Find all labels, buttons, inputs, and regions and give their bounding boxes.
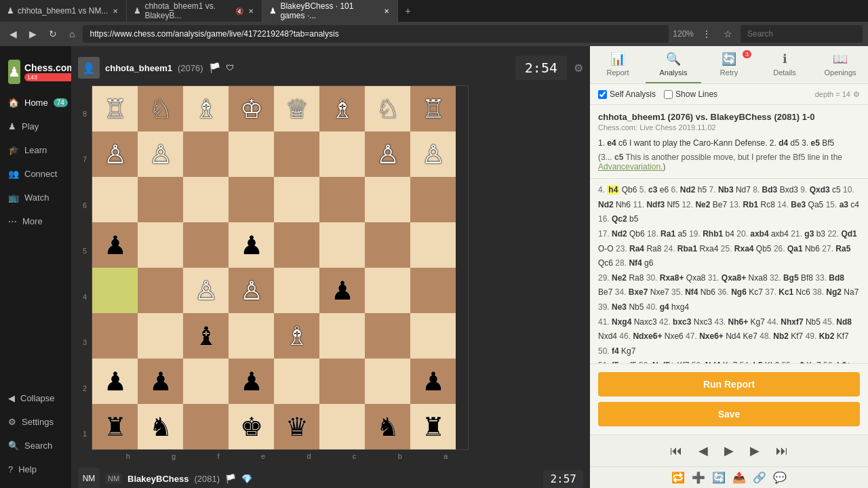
board-cell[interactable]: ♙ [138,131,183,177]
h4-move[interactable]: h4 [607,185,619,195]
naxc3-move[interactable]: Naxc3 [634,317,657,327]
move-1[interactable]: 1. [598,138,607,148]
next-move-button[interactable]: ▶ [745,441,765,461]
move-d5[interactable]: d5 [791,138,802,148]
board-cell[interactable]: ♟ [138,359,183,404]
tab-report[interactable]: 📊 Report [590,46,646,83]
board-cell[interactable] [229,313,274,359]
be3-move[interactable]: Be3 [791,200,806,209]
tab-2-close[interactable]: ✕ [247,6,255,16]
tab-3-close[interactable]: ✕ [382,6,391,16]
move-d4[interactable]: d4 [778,138,790,148]
bd8-move[interactable]: Bd8 [829,273,844,283]
browser-search-input[interactable] [741,25,863,43]
qb5-move[interactable]: Qb5 [756,244,772,253]
prev-move-button[interactable]: ◀ [693,441,713,461]
a5-move[interactable]: a5 [677,229,686,239]
rb1-move[interactable]: Rb1 [743,200,759,209]
rba1-move[interactable]: Rba1 [677,244,697,253]
nxd4-move[interactable]: Nxd4 [598,331,617,341]
home-button[interactable]: ⌂ [65,26,79,42]
first-move-button[interactable]: ⏮ [665,441,688,461]
b5-move[interactable]: b5 [629,214,638,224]
ng6-move[interactable]: Ng6 [731,287,747,297]
tab-3[interactable]: ♟ BlakeyBChess · 101 games ·... ✕ [262,0,398,22]
rhb1-move[interactable]: Rhb1 [703,229,723,239]
address-bar[interactable] [83,25,669,43]
back-button[interactable]: ◀ [5,26,21,42]
tab-openings[interactable]: 📖 Openings [812,46,868,83]
qc2-move[interactable]: Qc2 [612,214,627,224]
tab-details[interactable]: ℹ Details [757,46,812,83]
move-e4[interactable]: e4 [607,138,618,148]
board-cell[interactable] [92,177,138,222]
board-settings-icon[interactable]: ⚙ [574,62,583,75]
share-button[interactable]: 🔗 [753,471,766,484]
board-cell[interactable]: ♙ [183,268,229,313]
board-cell[interactable]: ♟ [319,268,365,313]
nb3-move[interactable]: Nb3 [718,185,734,195]
board-cell[interactable] [410,222,456,268]
kf7-2-move[interactable]: Kf7 [837,331,849,341]
board-cell[interactable] [319,222,365,268]
qa5-move[interactable]: Qa5 [808,200,824,209]
board-cell[interactable]: ♜ [410,404,456,449]
nb5-move[interactable]: Nb5 [629,302,644,312]
board-cell[interactable]: ♜ [92,404,138,449]
move-bf5[interactable]: Bf5 [822,138,834,148]
board-cell[interactable]: ♗ [319,86,365,131]
ne3-move[interactable]: Ne3 [612,302,627,312]
self-analysis-toggle[interactable]: Self Analysis [598,89,656,99]
board-cell[interactable]: ♟ [92,359,138,404]
qd1-move[interactable]: Qd1 [841,229,856,239]
qc6-move[interactable]: Qc6 [598,258,613,268]
board-cell[interactable]: ♗ [274,313,319,359]
sidebar-item-more[interactable]: ⋯ More [0,209,71,233]
kg7-move[interactable]: Kg7 [751,317,765,327]
nxe7-move[interactable]: Nxe7 [650,287,669,297]
board-cell[interactable]: ♛ [274,404,319,449]
nb6-move[interactable]: Nb6 [805,244,820,253]
rotate-button[interactable]: 🔄 [712,471,726,484]
sidebar-item-home[interactable]: 🏠 Home 74 [0,91,71,115]
moves-area[interactable]: 4. h4 Qb6 5. c3 e6 6. Nd2 h5 7. Nb3 Nd7 … [590,179,868,363]
play-button[interactable]: ▶ [719,441,739,461]
nhxf7-move[interactable]: Nhxf7 [781,317,803,327]
g4-move[interactable]: g4 [660,302,669,312]
kb2-move[interactable]: Kb2 [819,331,835,341]
extensions-button[interactable]: ⋮ [698,26,715,42]
ra8-move[interactable]: Ra8 [646,244,661,253]
board-cell[interactable] [92,268,138,313]
ndxe6-move[interactable]: Ndxe6+ [633,331,662,341]
be7-move[interactable]: Be7 [713,200,727,209]
nd7-move[interactable]: Nd7 [736,185,751,195]
be7-2-move[interactable]: Be7 [598,287,612,297]
board-cell[interactable] [274,359,319,404]
board-cell[interactable]: ♙ [365,131,410,177]
tab-analysis[interactable]: 🔍 Analysis [646,46,701,83]
kf7-move[interactable]: Kf7 [791,331,803,341]
ne2-move[interactable]: Ne2 [695,200,710,209]
board-cell[interactable] [274,177,319,222]
export-button[interactable]: 📤 [732,471,746,484]
ng2-move[interactable]: Ng2 [826,287,842,297]
oo-move[interactable]: O-O [598,244,614,253]
nf4-move[interactable]: Nf4 [629,258,642,268]
board-cell[interactable] [229,131,274,177]
ndf3-move[interactable]: Ndf3 [646,200,665,209]
qa1-move[interactable]: Qa1 [787,244,803,253]
show-lines-toggle[interactable]: Show Lines [664,89,717,99]
board-cell[interactable]: ♖ [410,86,456,131]
bd3-move[interactable]: Bd3 [762,185,778,195]
board-cell[interactable] [229,177,274,222]
axb4b-move[interactable]: axb4 [771,229,789,239]
kg7-2-move[interactable]: Kg7 [621,346,635,356]
qb6-move[interactable]: Qb6 [622,185,637,195]
bxc3-move[interactable]: bxc3 [673,317,691,327]
c3-move[interactable]: c3 [648,185,657,195]
board-cell[interactable] [365,313,410,359]
nb2-move[interactable]: Nb2 [773,331,789,341]
board-cell[interactable] [319,359,365,404]
board-cell[interactable]: ♟ [410,359,456,404]
self-analysis-checkbox[interactable] [598,90,607,99]
